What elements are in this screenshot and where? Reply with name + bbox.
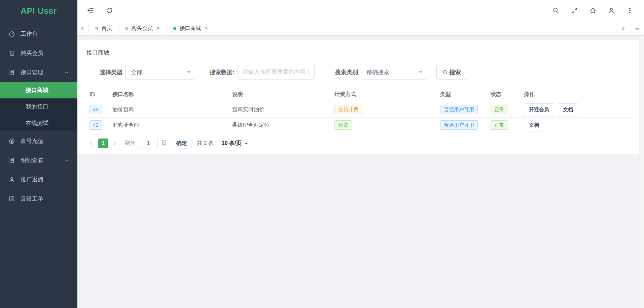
tabs-menu-button[interactable] [630, 21, 644, 35]
user-icon [608, 9, 615, 15]
tab-api-market[interactable]: 接口商城✕ [167, 21, 215, 35]
action-button[interactable]: 开通会员 [524, 103, 554, 116]
sidebar-item-label: 明细查看 [21, 156, 64, 164]
sidebar-item-feedback-ticket[interactable]: 反馈工单 [0, 189, 77, 208]
table-row: 42IP地址查询县级IP查询定位免费普通用户可用正常文档 [87, 117, 630, 133]
search-button[interactable]: 搜索 [436, 65, 467, 80]
tabbar-spacer [215, 21, 616, 35]
search-data-label: 搜索数据: [210, 68, 235, 76]
tabs-scroll-right-button[interactable] [616, 21, 630, 35]
chevron-up-icon [64, 70, 69, 75]
topbar-more-button[interactable] [627, 7, 633, 14]
document-icon [8, 69, 15, 76]
tab-status-dot [95, 27, 98, 30]
sidebar-item-buy-member[interactable]: 购买会员 [0, 43, 77, 63]
app-logo: API User [0, 0, 77, 22]
action-button[interactable]: 文档 [558, 103, 578, 116]
page-number-button[interactable]: 1 [98, 138, 108, 148]
sidebar-item-account-recharge[interactable]: 账号充值 [0, 131, 77, 151]
api-name: IP地址查询 [112, 122, 139, 128]
page-number-input[interactable] [139, 138, 158, 149]
column-header: 说明 [229, 88, 332, 102]
cart-icon [8, 50, 15, 57]
column-header: 接口名称 [110, 88, 229, 102]
main-area: 首页购买会员✕接口商城✕ 接口商城 选择类型 全部 搜索数据: [77, 0, 644, 308]
topbar-fold-button[interactable] [87, 7, 94, 14]
sidebar-nav: 工作台购买会员接口管理接口商城我的接口在线测试账号充值明细查看推广返佣反馈工单 [0, 24, 77, 208]
tab-status-dot [173, 27, 176, 30]
chevron-down-icon [635, 26, 640, 31]
next-page-button[interactable] [110, 138, 119, 148]
confirm-page-button[interactable]: 确定 [172, 138, 191, 149]
table-header-row: ID接口名称说明计费方式类型状态操作 [87, 88, 630, 102]
topbar-search-button[interactable] [552, 7, 559, 14]
ticket-icon [8, 195, 15, 203]
sidebar-item-api-management[interactable]: 接口管理 [0, 63, 77, 82]
refresh-icon [106, 9, 113, 15]
sidebar: API User 工作台购买会员接口管理接口商城我的接口在线测试账号充值明细查看… [0, 0, 77, 308]
status-badge: 正常 [491, 105, 508, 114]
prev-page-button[interactable] [87, 138, 96, 148]
type-badge: 普通用户可用 [440, 105, 478, 114]
sidebar-subitem-api-market[interactable]: 接口商城 [0, 82, 77, 98]
chevron-left-icon [89, 141, 94, 146]
topbar-left [87, 7, 113, 14]
type-select[interactable]: 全部 [126, 65, 195, 80]
caret-down-icon [187, 71, 191, 73]
tabs-host: 首页购买会员✕接口商城✕ [89, 21, 215, 35]
content-card: 接口商城 选择类型 全部 搜索数据: 搜索类别 精确搜索 [77, 40, 639, 154]
sidebar-item-promotion-commission[interactable]: 推广返佣 [0, 170, 77, 189]
search-input[interactable] [238, 65, 315, 80]
column-header: ID [87, 88, 110, 102]
id-badge: 42 [90, 120, 102, 130]
sidebar-item-detail-view[interactable]: 明细查看 [0, 151, 77, 170]
scrollbar-track[interactable] [640, 36, 644, 308]
topbar-refresh-button[interactable] [106, 7, 113, 14]
search-category-label: 搜索类别 [335, 68, 358, 76]
caret-down-icon [419, 71, 423, 73]
type-filter-label: 选择类型 [100, 68, 122, 76]
id-badge: 43 [90, 105, 102, 114]
page-size-value: 10 条/页 [222, 140, 242, 147]
action-button[interactable]: 文档 [524, 119, 544, 131]
topbar-fullscreen-button[interactable] [571, 7, 578, 14]
tabbar: 首页购买会员✕接口商城✕ [77, 21, 644, 36]
status-badge: 正常 [491, 120, 508, 130]
tab-label: 购买会员 [131, 25, 153, 32]
search-category-value: 精确搜索 [366, 68, 389, 76]
tab-home[interactable]: 首页 [89, 21, 119, 35]
search-button-label: 搜索 [450, 68, 461, 76]
sidebar-subitem-my-api[interactable]: 我的接口 [0, 98, 77, 115]
topbar [77, 0, 644, 21]
close-icon[interactable]: ✕ [204, 26, 208, 31]
api-description: 县级IP查询定位 [232, 122, 270, 128]
page-unit-label: 页 [161, 140, 167, 147]
topbar-right [552, 7, 633, 14]
tabs-scroll-left-button[interactable] [77, 21, 89, 35]
search-icon [552, 9, 559, 15]
column-header: 状态 [488, 88, 521, 102]
topbar-user-button[interactable] [608, 7, 615, 14]
search-category-select[interactable]: 精确搜索 [361, 65, 427, 80]
total-count-label: 共 2 条 [197, 140, 214, 147]
billing-badge: 免费 [334, 120, 352, 130]
chevron-right-icon [620, 26, 625, 31]
sidebar-item-workbench[interactable]: 工作台 [0, 24, 77, 43]
sidebar-subitem-online-test[interactable]: 在线测试 [0, 115, 77, 131]
type-select-value: 全部 [131, 68, 142, 76]
sidebar-item-label: 推广返佣 [21, 176, 69, 183]
topbar-home-button[interactable] [589, 7, 596, 14]
sidebar-item-label: 反馈工单 [21, 195, 69, 203]
close-icon[interactable]: ✕ [156, 26, 160, 31]
chevron-left-icon [80, 26, 85, 31]
column-header: 操作 [521, 88, 630, 102]
column-header: 计费方式 [332, 88, 437, 102]
tab-buy-member[interactable]: 购买会员✕ [119, 21, 167, 35]
page-size-select[interactable]: 10 条/页 [218, 138, 250, 149]
menu-fold-icon [87, 9, 94, 15]
submenu-api-management: 接口商城我的接口在线测试 [0, 82, 77, 131]
more-icon [627, 9, 633, 15]
sidebar-item-label: 接口管理 [21, 68, 64, 76]
pagination: 1 到第 页 确定 共 2 条 10 条/页 [87, 138, 639, 149]
type-badge: 普通用户可用 [440, 120, 478, 130]
